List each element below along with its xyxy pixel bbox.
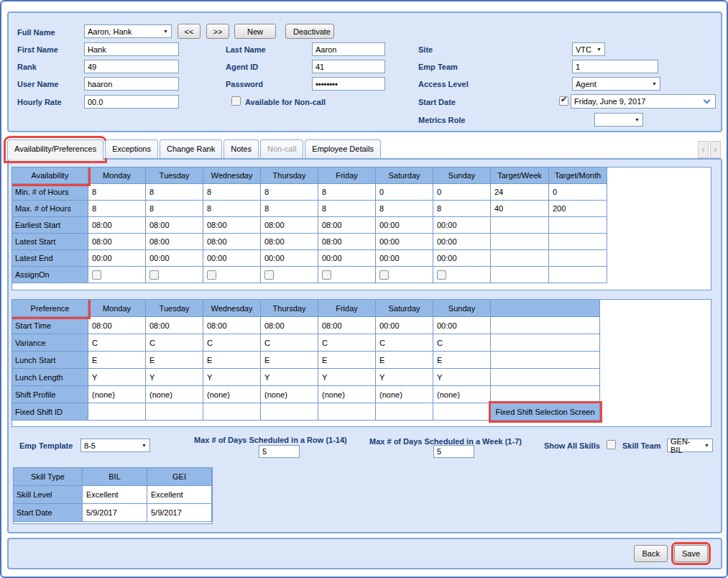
table-cell[interactable]: Y [376, 369, 433, 386]
table-cell[interactable]: 08:00 [261, 317, 318, 334]
table-cell[interactable]: 08:00 [261, 234, 318, 250]
table-cell[interactable]: 5/9/2017 [83, 504, 147, 522]
table-cell[interactable]: 0 [376, 184, 433, 201]
table-cell[interactable]: 8 [88, 201, 146, 217]
table-cell[interactable]: 00:00 [376, 317, 433, 334]
table-cell[interactable]: 00:00 [318, 250, 376, 267]
table-cell[interactable]: 00:00 [88, 250, 146, 267]
table-cell[interactable]: C [318, 334, 376, 352]
table-cell[interactable]: E [88, 352, 146, 369]
table-cell[interactable]: Excellent [83, 486, 147, 504]
table-cell[interactable]: 00:00 [433, 317, 491, 334]
max-days-week-input[interactable] [433, 445, 474, 458]
table-cell[interactable]: (none) [433, 386, 491, 403]
table-cell[interactable]: (none) [261, 386, 318, 403]
assign-on-checkbox[interactable] [322, 270, 331, 280]
table-cell[interactable]: E [376, 352, 433, 369]
table-cell[interactable]: 08:00 [318, 234, 376, 250]
table-cell[interactable]: E [203, 352, 261, 369]
assign-on-checkbox[interactable] [92, 270, 101, 280]
table-cell[interactable]: 00:00 [376, 234, 433, 250]
table-cell[interactable]: E [261, 352, 318, 369]
table-cell[interactable]: C [88, 334, 146, 352]
table-cell[interactable]: 8 [433, 201, 491, 217]
table-cell[interactable]: Excellent [147, 486, 212, 504]
table-cell[interactable]: 200 [549, 201, 607, 217]
user-name-input[interactable] [84, 77, 179, 91]
available-non-call-checkbox[interactable] [231, 96, 241, 106]
table-cell[interactable] [491, 267, 549, 283]
table-cell[interactable]: 08:00 [203, 217, 261, 234]
assign-on-checkbox[interactable] [264, 270, 274, 280]
table-cell[interactable]: 00:00 [261, 250, 318, 267]
previous-employee-button[interactable]: << [178, 24, 201, 39]
table-cell[interactable]: 8 [318, 184, 376, 201]
back-button[interactable]: Back [634, 545, 667, 562]
table-cell[interactable]: 00:00 [203, 250, 261, 267]
first-name-input[interactable] [84, 42, 179, 56]
table-cell[interactable] [146, 403, 203, 421]
fixed-shift-selection-screen-button[interactable]: Fixed Shift Selection Screen [491, 403, 600, 421]
hourly-rate-input[interactable] [84, 95, 179, 109]
emp-team-input[interactable] [572, 60, 658, 73]
table-cell[interactable] [549, 250, 607, 267]
tab-exceptions[interactable]: Exceptions [105, 139, 158, 158]
table-cell[interactable]: 8 [146, 201, 203, 217]
table-cell[interactable] [491, 234, 549, 250]
table-cell[interactable]: 08:00 [88, 217, 146, 234]
table-cell[interactable] [549, 234, 607, 250]
table-cell[interactable]: C [376, 334, 433, 352]
access-level-select[interactable]: Agent ▼ [572, 77, 660, 91]
table-cell[interactable]: 0 [549, 184, 607, 201]
save-button[interactable]: Save [674, 545, 708, 562]
table-cell[interactable]: Y [261, 369, 318, 386]
metrics-role-select[interactable]: ▼ [594, 113, 643, 127]
table-cell[interactable]: (none) [146, 386, 203, 403]
table-cell[interactable]: 00:00 [433, 234, 491, 250]
password-input[interactable] [312, 77, 385, 91]
assign-on-checkbox[interactable] [379, 270, 389, 280]
table-cell[interactable]: 08:00 [203, 234, 261, 250]
table-cell[interactable]: 08:00 [88, 234, 146, 250]
assign-on-checkbox[interactable] [437, 270, 446, 280]
table-cell[interactable]: 08:00 [318, 217, 376, 234]
table-cell[interactable]: E [433, 352, 491, 369]
table-cell[interactable]: E [318, 352, 376, 369]
table-cell[interactable]: 8 [203, 201, 261, 217]
table-cell[interactable]: 24 [491, 184, 549, 201]
table-cell[interactable]: Y [146, 369, 203, 386]
table-cell[interactable]: Y [433, 369, 491, 386]
show-all-skills-checkbox[interactable] [607, 440, 616, 449]
new-button[interactable]: New [234, 24, 276, 39]
table-cell[interactable]: 08:00 [318, 317, 376, 334]
table-cell[interactable]: Y [203, 369, 261, 386]
table-cell[interactable]: 8 [88, 184, 146, 201]
table-cell[interactable]: 00:00 [376, 250, 433, 267]
tab-availability-preferences[interactable]: Availability/Preferences [7, 139, 103, 160]
table-cell[interactable]: 8 [376, 201, 433, 217]
table-cell[interactable]: (none) [88, 386, 146, 403]
table-cell[interactable]: Y [318, 369, 376, 386]
table-cell[interactable] [491, 250, 549, 267]
table-cell[interactable]: 08:00 [146, 217, 203, 234]
table-cell[interactable]: 00:00 [146, 250, 203, 267]
next-employee-button[interactable]: >> [206, 24, 229, 39]
table-cell[interactable] [376, 403, 433, 421]
start-date-checkbox[interactable]: ✔ [559, 96, 568, 106]
table-cell[interactable]: 08:00 [203, 317, 261, 334]
table-cell[interactable]: 08:00 [146, 317, 203, 334]
full-name-select[interactable]: Aaron, Hank ▼ [84, 24, 172, 38]
table-cell[interactable]: 00:00 [433, 250, 491, 267]
table-cell[interactable]: 0 [433, 184, 491, 201]
table-cell[interactable] [88, 403, 146, 421]
table-cell[interactable]: 40 [491, 201, 549, 217]
table-cell[interactable] [203, 403, 261, 421]
table-cell[interactable]: C [261, 334, 318, 352]
tab-notes[interactable]: Notes [224, 139, 259, 158]
table-cell[interactable]: (none) [203, 386, 261, 403]
table-cell[interactable] [549, 267, 607, 283]
table-cell[interactable]: C [433, 334, 491, 352]
max-days-row-input[interactable] [259, 445, 300, 458]
table-cell[interactable]: 00:00 [376, 217, 433, 234]
last-name-input[interactable] [312, 42, 385, 56]
